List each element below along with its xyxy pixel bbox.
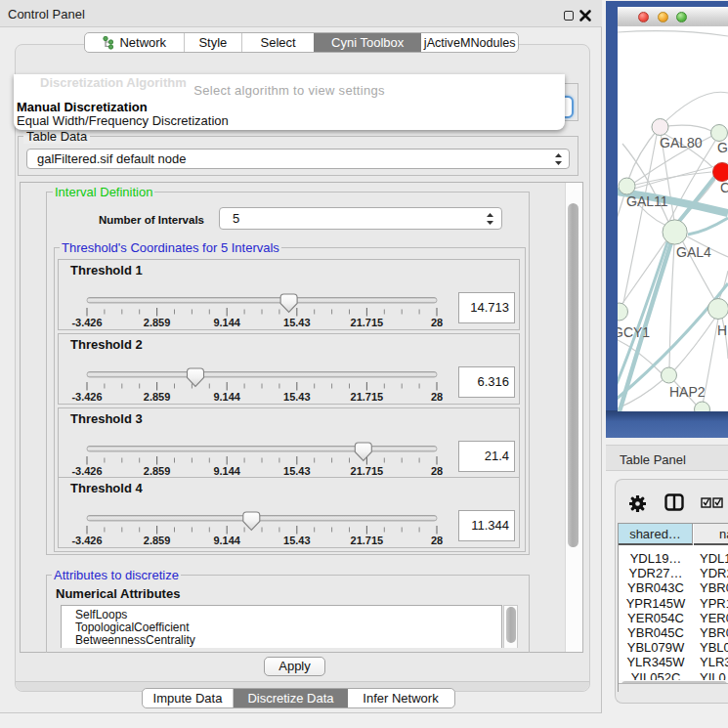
svg-text:28: 28 <box>431 317 443 328</box>
svg-text:HAP2: HAP2 <box>669 384 706 400</box>
svg-text:GAL11: GAL11 <box>626 193 668 209</box>
svg-text:21.715: 21.715 <box>351 465 384 477</box>
svg-text:9.144: 9.144 <box>213 391 240 403</box>
svg-text:21.715: 21.715 <box>351 535 384 546</box>
svg-text:H: H <box>717 322 727 338</box>
svg-text:21.715: 21.715 <box>351 391 384 403</box>
svg-text:-3.426: -3.426 <box>71 465 102 477</box>
svg-text:28: 28 <box>431 535 443 546</box>
svg-text:15.43: 15.43 <box>283 317 311 328</box>
svg-text:21.715: 21.715 <box>351 317 384 328</box>
svg-text:2.859: 2.859 <box>144 465 171 477</box>
svg-text:-3.426: -3.426 <box>71 391 102 403</box>
svg-text:9.144: 9.144 <box>213 465 240 477</box>
svg-text:-3.426: -3.426 <box>71 535 102 546</box>
svg-text:C: C <box>720 180 728 195</box>
svg-text:Threshold 2: Threshold 2 <box>70 337 143 352</box>
svg-text:2.859: 2.859 <box>144 535 171 546</box>
svg-text:Threshold 3: Threshold 3 <box>70 411 143 426</box>
svg-text:2.859: 2.859 <box>144 317 171 328</box>
svg-text:GAL4: GAL4 <box>676 244 711 260</box>
svg-text:9.144: 9.144 <box>213 317 240 328</box>
svg-text:GCY1: GCY1 <box>618 324 650 340</box>
svg-text:2.859: 2.859 <box>144 391 171 403</box>
svg-text:28: 28 <box>431 465 443 477</box>
svg-text:15.43: 15.43 <box>283 391 311 403</box>
svg-text:15.43: 15.43 <box>283 465 311 477</box>
svg-text:9.144: 9.144 <box>213 535 240 546</box>
svg-text:15.43: 15.43 <box>283 535 311 546</box>
svg-text:Threshold 1: Threshold 1 <box>70 263 143 278</box>
svg-text:GAL80: GAL80 <box>660 135 703 150</box>
svg-text:Threshold 4: Threshold 4 <box>70 481 143 495</box>
svg-text:-3.426: -3.426 <box>71 317 102 328</box>
svg-text:28: 28 <box>431 391 443 403</box>
svg-text:GA: GA <box>717 140 728 155</box>
